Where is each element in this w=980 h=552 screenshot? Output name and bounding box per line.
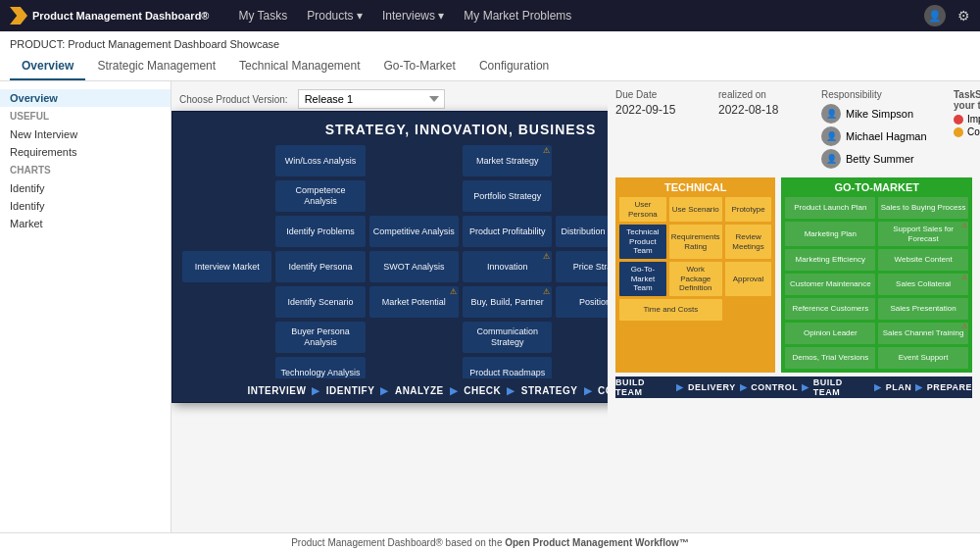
s-btn-competitive-analysis[interactable]: Competitive Analysis	[369, 216, 459, 247]
resp-mike: 👤 Mike Simpson	[821, 104, 949, 124]
nav-right: 👤 ⚙	[924, 5, 970, 26]
tab-overview[interactable]: Overview	[10, 53, 85, 80]
main-nav: My Tasks Products ▾ Interviews ▾ My Mark…	[238, 9, 924, 23]
s-btn-market-strategy[interactable]: Market Strategy	[463, 145, 552, 176]
task-sig-title: TaskSignalizer™ your tasks:	[954, 89, 980, 111]
left-panel-identify-2[interactable]: Identify	[0, 197, 171, 215]
t-btn-review-meetings[interactable]: Review Meetings	[725, 225, 772, 259]
g-btn-opinion-leader[interactable]: Opinion Leader	[785, 323, 875, 344]
wf2-plan: PLAN	[886, 382, 912, 392]
info-header: Due Date 2022-09-15 realized on 2022-08-…	[615, 89, 972, 172]
technical-grid: User Persona Use Scenario Prototype Tech…	[619, 197, 771, 321]
user-avatar-icon[interactable]: 👤	[924, 5, 946, 26]
t-btn-go-to-market-team[interactable]: Go-To-Market Team	[619, 262, 666, 296]
gtm-grid: Product Launch Plan Sales to Buying Proc…	[785, 197, 968, 369]
left-panel-identify-1[interactable]: Identify	[0, 179, 171, 197]
t-btn-technical-product-team[interactable]: Technical Product Team	[619, 225, 666, 259]
tab-strategic-management[interactable]: Strategic Management	[85, 53, 227, 80]
s-btn-identify-scenario[interactable]: Identify Scenario	[275, 286, 365, 318]
wf2-prepare: PREPARE	[927, 382, 972, 392]
t-btn-time-and-costs[interactable]: Time and Costs	[619, 299, 722, 321]
t-btn-prototype[interactable]: Prototype	[725, 197, 772, 222]
responsibility-column: Responsibility 👤 Mike Simpson 👤 Michael …	[821, 89, 949, 172]
s-btn-portfolio-strategy[interactable]: Portfolio Strategy	[463, 180, 552, 212]
s-btn-market-potential[interactable]: Market Potential	[369, 286, 459, 318]
strategy-overlay: STRATEGY, INNOVATION, BUSINESS Win/Loss …	[172, 111, 608, 403]
g-btn-sales-channel-training[interactable]: Sales Channel Training	[878, 323, 968, 344]
strategy-grid-r4: Identify Scenario Market Potential Buy, …	[182, 286, 608, 318]
s-btn-competence-analysis[interactable]: Competence Analysis	[275, 180, 365, 212]
left-panel-new-interview[interactable]: New Interview	[0, 125, 171, 143]
workflow-bar: INTERVIEW ▶ IDENTIFY ▶ ANALYZE ▶ CHECK ▶…	[172, 378, 608, 402]
t-btn-requirements-rating[interactable]: Requirements Rating	[669, 225, 722, 259]
g-btn-website-content[interactable]: Website Content	[878, 249, 968, 271]
s-btn-win-loss[interactable]: Win/Loss Analysis	[275, 145, 365, 176]
g-btn-event-support[interactable]: Event Support	[878, 347, 968, 369]
s-btn-buyer-persona-analysis[interactable]: Buyer Persona Analysis	[275, 322, 365, 353]
g-btn-support-sales-for-forecast[interactable]: Support Sales for Forecast	[878, 222, 968, 246]
responsibility-label: Responsibility	[821, 89, 949, 100]
left-panel-market[interactable]: Market	[0, 215, 171, 232]
s-btn-identify-persona[interactable]: Identify Persona	[275, 251, 365, 282]
tab-technical-management[interactable]: Technical Management	[227, 53, 371, 80]
g-btn-sales-collateral[interactable]: Sales Collateral	[878, 274, 968, 295]
g-btn-reference-customers[interactable]: Reference Customers	[785, 298, 875, 320]
g-btn-product-launch-plan[interactable]: Product Launch Plan	[785, 197, 875, 219]
right-panels: Due Date 2022-09-15 realized on 2022-08-…	[608, 81, 980, 547]
g-btn-customer-maintenance[interactable]: Customer Maintenance	[785, 274, 875, 295]
s-btn-price-strategy[interactable]: Price Strategy	[556, 251, 608, 282]
s-btn-r5-c0	[182, 322, 271, 353]
dot-red-icon	[954, 115, 963, 125]
s-btn-distribution-strategy[interactable]: Distribution Strategy	[556, 216, 608, 247]
s-btn-communication-strategy[interactable]: Communication Strategy	[463, 322, 552, 353]
g-btn-marketing-efficiency[interactable]: Marketing Efficiency	[785, 249, 875, 271]
strategy-grid-r3: Interview Market Identify Persona SWOT A…	[182, 251, 608, 282]
s-btn-r1-c2	[369, 180, 459, 212]
wf-identify: IDENTIFY	[326, 385, 375, 396]
s-btn-innovation[interactable]: Innovation	[463, 251, 552, 282]
t-btn-approval[interactable]: Approval	[725, 262, 772, 296]
version-select[interactable]: Release 1	[298, 89, 445, 109]
g-btn-sales-presentation[interactable]: Sales Presentation	[878, 298, 968, 320]
t-btn-work-package-definition[interactable]: Work Package Definition	[669, 262, 722, 296]
nav-interviews[interactable]: Interviews ▾	[382, 9, 444, 23]
g-btn-demos-trial-versions[interactable]: Demos, Trial Versions	[785, 347, 875, 369]
left-panel: Overview USEFUL New Interview Requiremen…	[0, 81, 172, 547]
settings-gear-icon[interactable]: ⚙	[957, 8, 970, 24]
wf2-delivery: DELIVERY	[688, 382, 736, 392]
name-mike: Mike Simpson	[846, 108, 913, 120]
nav-my-market-problems[interactable]: My Market Problems	[464, 9, 571, 23]
s-btn-r5-c4	[556, 322, 608, 353]
wf-analyze: ANALYZE	[395, 385, 444, 396]
s-btn-identify-problems[interactable]: Identify Problems	[275, 216, 365, 247]
s-btn-interview-market[interactable]: Interview Market	[182, 251, 271, 282]
version-label: Choose Product Version:	[179, 94, 288, 105]
t-btn-use-scenario[interactable]: Use Scenario	[669, 197, 722, 222]
s-btn-r0-c0	[182, 145, 271, 176]
name-betty: Betty Summer	[846, 153, 914, 165]
left-panel-charts-section: CHARTS	[0, 161, 171, 179]
tab-configuration[interactable]: Configuration	[467, 53, 561, 80]
t-btn-user-persona[interactable]: User Persona	[619, 197, 666, 222]
s-btn-buy-build-partner[interactable]: Buy, Build, Partner	[463, 286, 552, 318]
tab-bar: Overview Strategic Management Technical …	[10, 53, 970, 80]
version-selector-row: Choose Product Version: Release 1	[179, 89, 600, 109]
s-btn-r1-c0	[182, 180, 271, 212]
strategy-grid-r5: Buyer Persona Analysis Communication Str…	[182, 322, 608, 353]
s-btn-positioning[interactable]: Positioning	[556, 286, 608, 318]
due-date-value: 2022-09-15	[615, 103, 713, 117]
left-panel-overview[interactable]: Overview	[0, 89, 171, 107]
tab-go-to-market[interactable]: Go-To-Market	[372, 53, 467, 80]
nav-products[interactable]: Products ▾	[307, 9, 363, 23]
s-btn-product-profitability[interactable]: Product Profitability	[463, 216, 552, 247]
s-btn-swot-analysis[interactable]: SWOT Analysis	[369, 251, 459, 282]
nav-my-tasks[interactable]: My Tasks	[238, 9, 287, 23]
wf2-build-team-1: BUILD TEAM	[615, 377, 672, 397]
avatar-mike: 👤	[821, 104, 841, 124]
left-panel-requirements[interactable]: Requirements	[0, 143, 171, 161]
name-michael: Michael Hagman	[846, 130, 927, 142]
g-btn-marketing-plan[interactable]: Marketing Plan	[785, 222, 875, 246]
g-btn-sales-to-buying-process[interactable]: Sales to Buying Process	[878, 197, 968, 219]
responsibility-list: 👤 Mike Simpson 👤 Michael Hagman 👤 Betty …	[821, 104, 949, 169]
task-sig-complete: Complete data	[954, 126, 980, 137]
